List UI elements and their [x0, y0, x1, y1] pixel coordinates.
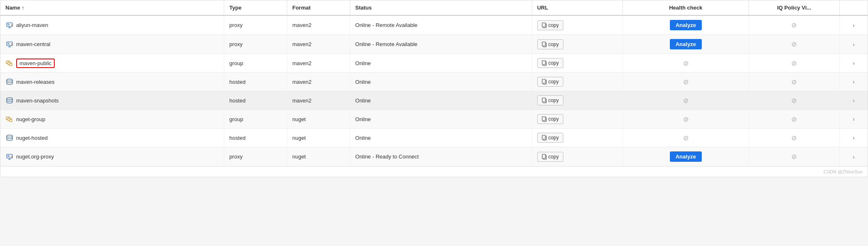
- table-row[interactable]: maven-releaseshostedmaven2Online copy⊘⊘›: [0, 73, 868, 91]
- cell-arrow[interactable]: ›: [839, 35, 868, 54]
- chevron-right-icon: ›: [853, 97, 855, 104]
- col-header-url[interactable]: URL: [532, 0, 623, 15]
- cell-name: maven-public: [0, 54, 224, 73]
- cell-name: aliyun-maven: [0, 15, 224, 35]
- chevron-right-icon: ›: [853, 41, 855, 48]
- cell-health-check: ⊘: [623, 129, 749, 147]
- cell-type: group: [224, 110, 287, 129]
- cell-url: copy: [532, 129, 623, 147]
- cell-type: hosted: [224, 91, 287, 110]
- selected-repo-name: maven-public: [16, 58, 55, 68]
- repo-name: nuget-group: [16, 116, 45, 122]
- copy-url-button[interactable]: copy: [537, 133, 563, 143]
- cell-arrow[interactable]: ›: [839, 54, 868, 73]
- copy-url-button[interactable]: copy: [537, 20, 563, 30]
- table-header-row: Name ↑ Type Format Status URL Health che…: [0, 0, 868, 15]
- cell-arrow[interactable]: ›: [839, 147, 868, 166]
- proxy-repo-icon: [5, 153, 14, 161]
- cell-iq-policy: ⊘: [749, 91, 839, 110]
- cell-url: copy: [532, 147, 623, 166]
- group-repo-icon: [5, 115, 14, 123]
- svg-rect-39: [542, 154, 546, 158]
- svg-rect-27: [10, 119, 12, 122]
- disabled-health-icon: ⊘: [683, 134, 689, 142]
- cell-status: Online: [350, 110, 532, 129]
- repo-name: nuget-hosted: [16, 135, 48, 141]
- copy-url-button[interactable]: copy: [537, 77, 563, 87]
- chevron-right-icon: ›: [853, 78, 855, 85]
- table-row[interactable]: maven-publicgroupmaven2Online copy⊘⊘›: [0, 54, 868, 73]
- cell-name: nuget-group: [0, 110, 224, 129]
- col-header-iq-policy[interactable]: IQ Policy Vi...: [749, 0, 839, 15]
- cell-status: Online - Remote Available: [350, 35, 532, 54]
- copy-url-button[interactable]: copy: [537, 95, 563, 105]
- cell-format: maven2: [287, 73, 350, 91]
- svg-rect-24: [542, 98, 546, 102]
- cell-url: copy: [532, 15, 623, 35]
- cell-url: copy: [532, 91, 623, 110]
- col-header-status[interactable]: Status: [350, 0, 532, 15]
- col-header-name[interactable]: Name ↑: [0, 0, 224, 15]
- cell-status: Online: [350, 129, 532, 147]
- cell-iq-policy: ⊘: [749, 110, 839, 129]
- cell-url: copy: [532, 110, 623, 129]
- cell-status: Online - Remote Available: [350, 15, 532, 35]
- table-row[interactable]: maven-snapshotshostedmaven2Online copy⊘⊘…: [0, 91, 868, 110]
- cell-arrow[interactable]: ›: [839, 110, 868, 129]
- cell-health-check: Analyze: [623, 147, 749, 166]
- svg-rect-34: [7, 155, 9, 156]
- cell-arrow[interactable]: ›: [839, 129, 868, 147]
- analyze-button[interactable]: Analyze: [670, 20, 702, 30]
- col-header-health-check[interactable]: Health check: [623, 0, 749, 15]
- repo-name: maven-central: [16, 41, 50, 47]
- table-row[interactable]: nuget-hostedhostednugetOnline copy⊘⊘›: [0, 129, 868, 147]
- cell-name: maven-releases: [0, 73, 224, 91]
- cell-url: copy: [532, 35, 623, 54]
- cell-format: nuget: [287, 110, 350, 129]
- cell-iq-policy: ⊘: [749, 129, 839, 147]
- disabled-iq-icon: ⊘: [791, 115, 797, 123]
- cell-arrow[interactable]: ›: [839, 15, 868, 35]
- cell-arrow[interactable]: ›: [839, 91, 868, 110]
- cell-health-check: Analyze: [623, 35, 749, 54]
- cell-format: maven2: [287, 91, 350, 110]
- svg-point-19: [7, 79, 12, 81]
- cell-health-check: ⊘: [623, 54, 749, 73]
- table-row[interactable]: nuget.org-proxyproxynugetOnline - Ready …: [0, 147, 868, 166]
- cell-type: hosted: [224, 73, 287, 91]
- repo-name: nuget.org-proxy: [16, 153, 54, 160]
- cell-format: maven2: [287, 15, 350, 35]
- copy-url-button[interactable]: copy: [537, 58, 563, 68]
- table-row[interactable]: maven-centralproxymaven2Online - Remote …: [0, 35, 868, 54]
- analyze-button[interactable]: Analyze: [670, 39, 702, 49]
- cell-iq-policy: ⊘: [749, 15, 839, 35]
- cell-format: maven2: [287, 54, 350, 73]
- col-header-type[interactable]: Type: [224, 0, 287, 15]
- repository-table: Name ↑ Type Format Status URL Health che…: [0, 0, 868, 166]
- hosted-repo-icon: [5, 96, 14, 105]
- table-row[interactable]: aliyun-mavenproxymaven2Online - Remote A…: [0, 15, 868, 35]
- copy-url-button[interactable]: copy: [537, 114, 563, 124]
- cell-status: Online - Ready to Connect: [350, 147, 532, 166]
- disabled-health-icon: ⊘: [683, 115, 689, 123]
- cell-type: proxy: [224, 147, 287, 166]
- disabled-iq-icon: ⊘: [791, 78, 797, 86]
- cell-name: maven-central: [0, 35, 224, 54]
- chevron-right-icon: ›: [853, 22, 855, 29]
- copy-url-button[interactable]: copy: [537, 39, 563, 49]
- analyze-button[interactable]: Analyze: [670, 151, 702, 162]
- col-header-format[interactable]: Format: [287, 0, 350, 15]
- chevron-right-icon: ›: [853, 116, 855, 122]
- cell-health-check: ⊘: [623, 110, 749, 129]
- disabled-health-icon: ⊘: [683, 59, 689, 67]
- cell-name: nuget.org-proxy: [0, 147, 224, 166]
- cell-iq-policy: ⊘: [749, 147, 839, 166]
- copy-url-button[interactable]: copy: [537, 152, 563, 162]
- disabled-health-icon: ⊘: [683, 78, 689, 86]
- table-row[interactable]: nuget-groupgroupnugetOnline copy⊘⊘›: [0, 110, 868, 129]
- svg-rect-16: [10, 63, 12, 66]
- cell-type: hosted: [224, 129, 287, 147]
- cell-arrow[interactable]: ›: [839, 73, 868, 91]
- svg-point-30: [7, 135, 12, 137]
- repo-name: aliyun-maven: [16, 22, 48, 28]
